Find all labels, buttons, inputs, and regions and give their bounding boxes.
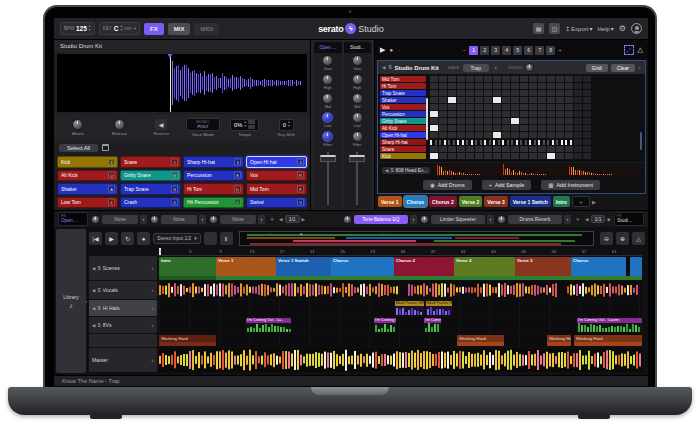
pattern-1[interactable]: 1 [469, 46, 478, 55]
track-header-scenes[interactable]: ◀SScenes∧ [89, 256, 157, 280]
step-tick[interactable] [444, 140, 446, 145]
step-cell[interactable] [511, 104, 519, 110]
drum-pad-crash[interactable]: CrashX [120, 197, 181, 209]
drum-pad-gritty-snare[interactable]: Gritty SnareW [120, 170, 181, 182]
attack-knob[interactable] [72, 119, 83, 130]
select-all-button[interactable]: Select All [59, 144, 98, 152]
track-header-master[interactable]: Master∧ [89, 348, 157, 372]
drum-pad-low-tom[interactable]: Low TomZ [57, 197, 118, 209]
step-cell[interactable] [547, 90, 555, 96]
step-cell[interactable] [448, 118, 456, 124]
tempo-double-button[interactable] [248, 125, 255, 129]
mixer-channel-name[interactable]: Open ... [314, 42, 342, 53]
pager-next-icon[interactable]: ▶ [607, 217, 611, 222]
pattern-add-button[interactable]: + [557, 47, 563, 53]
step-cell[interactable] [466, 76, 474, 82]
step-cell[interactable] [448, 83, 456, 89]
working-hard-clip[interactable]: Working Hard [547, 335, 571, 346]
step-cell[interactable] [511, 111, 519, 117]
scene-chip-intro[interactable]: Intro [553, 196, 570, 207]
step-cell[interactable] [565, 111, 573, 117]
step-cell[interactable] [538, 111, 546, 117]
play-button[interactable]: ▶ [105, 232, 118, 245]
solo-button[interactable]: S [97, 323, 100, 328]
step-cell[interactable] [529, 146, 537, 152]
track-header-hihats[interactable]: ◀SHi Hats∧ [89, 300, 157, 316]
high-knob[interactable] [352, 74, 363, 85]
step-tick[interactable] [484, 140, 486, 145]
step-cell[interactable] [448, 132, 456, 138]
drum-pad-hit-percussion[interactable]: Hit PercussionC [183, 197, 244, 209]
swing-knob[interactable] [525, 63, 534, 72]
step-cell[interactable] [520, 97, 528, 103]
high-knob[interactable] [322, 74, 333, 85]
mid-knob[interactable] [352, 93, 363, 104]
step-cell[interactable] [484, 76, 492, 82]
sequencer-row-label[interactable]: Percussion [380, 111, 426, 117]
step-cell[interactable] [484, 111, 492, 117]
grid-scrollbar[interactable] [640, 132, 642, 150]
step-cell[interactable] [439, 132, 447, 138]
stepper-down-icon[interactable]: ▾ [89, 29, 91, 32]
fullscreen-icon[interactable]: ⤢ [624, 45, 634, 55]
step-cell[interactable] [502, 153, 510, 159]
step-cell[interactable] [493, 90, 501, 96]
step-tick[interactable] [529, 140, 531, 145]
style-dropdown-icon[interactable]: ▾ [492, 63, 499, 72]
collapse-icon[interactable]: ∧ [151, 306, 154, 311]
collapse-icon[interactable]: ∧ [151, 266, 154, 271]
drum-pad-vox[interactable]: VoxR [246, 170, 307, 182]
step-cell[interactable] [439, 111, 447, 117]
step-cell[interactable] [502, 111, 510, 117]
drum-pad-sharp-hi-hat[interactable]: Sharp Hi-hat3 [183, 156, 244, 168]
step-cell[interactable] [538, 104, 546, 110]
step-tick[interactable] [552, 140, 554, 145]
step-cell[interactable] [502, 104, 510, 110]
drum-pad-trap-snare[interactable]: Trap SnareS [120, 183, 181, 195]
step-cell[interactable] [493, 146, 501, 152]
step-cell[interactable] [475, 104, 483, 110]
pad-fx-dropdown-icon[interactable]: ▾ [140, 215, 147, 224]
master-fx-dropdown-icon[interactable]: ▾ [564, 215, 571, 224]
step-cell[interactable] [493, 125, 501, 131]
step-tick[interactable] [493, 140, 495, 145]
step-cell[interactable] [484, 125, 492, 131]
drum-pad-kick[interactable]: Kick1 [57, 156, 118, 168]
pager-prev-icon[interactable]: ◀ [585, 217, 589, 222]
step-cell[interactable] [556, 97, 564, 103]
step-cell[interactable] [520, 76, 528, 82]
working-hard-clip[interactable]: Working Hard [574, 335, 642, 346]
step-cell[interactable] [538, 146, 546, 152]
filter-knob[interactable] [352, 131, 363, 142]
step-cell[interactable] [466, 90, 474, 96]
sounds-panel-icon[interactable]: ▤ [533, 23, 544, 34]
step-cell[interactable] [511, 146, 519, 152]
scene-chip-verse-2[interactable]: Verse 2 [459, 196, 483, 207]
grid-button[interactable]: Grid [586, 64, 608, 72]
track-header-work[interactable] [89, 334, 157, 347]
step-cell[interactable] [529, 153, 537, 159]
waveform-playhead[interactable] [170, 54, 171, 112]
step-cell[interactable] [466, 125, 474, 131]
tempo-stepper[interactable]: ▴▾ [244, 121, 246, 128]
step-cell[interactable] [439, 146, 447, 152]
track-header-vocals[interactable]: ◀SVocals∧ [89, 281, 157, 299]
step-cell[interactable] [529, 118, 537, 124]
play-button[interactable]: ▶ [380, 46, 385, 54]
step-tick[interactable] [507, 140, 509, 145]
master-fx-knob[interactable] [343, 215, 352, 224]
step-tick[interactable] [435, 140, 437, 145]
step-cell[interactable] [565, 132, 573, 138]
master-fx-select[interactable]: Drums Reverb [508, 215, 562, 224]
step-cell[interactable] [538, 90, 546, 96]
step-cell[interactable] [538, 76, 546, 82]
step-cell[interactable] [475, 125, 483, 131]
step-cell[interactable] [502, 90, 510, 96]
loop-button[interactable]: ↻ [121, 232, 134, 245]
step-cell[interactable] [430, 132, 438, 138]
step-tick[interactable] [453, 140, 455, 145]
step-cell[interactable] [511, 76, 519, 82]
bar-ruler[interactable]: 15913172125293337414549535761 [159, 248, 642, 256]
collapse-icon[interactable]: ∧ [638, 65, 641, 70]
mid-knob[interactable] [322, 93, 333, 104]
